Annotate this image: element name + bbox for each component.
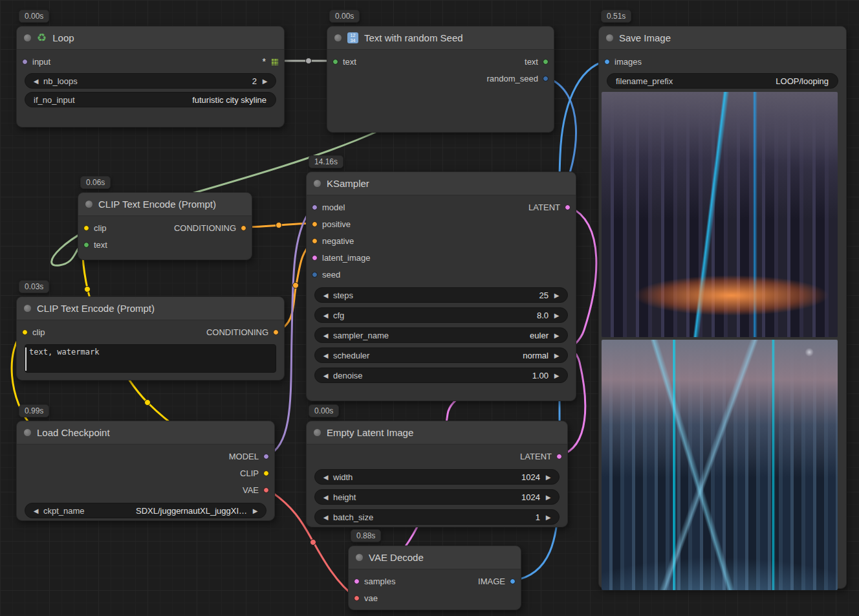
- latent-output-slot[interactable]: [565, 204, 571, 210]
- conditioning-output-slot[interactable]: [273, 329, 279, 335]
- increment-arrow-icon[interactable]: ▶: [552, 352, 561, 359]
- width-widget[interactable]: ◀ width 1024 ▶: [314, 469, 560, 485]
- decrement-arrow-icon[interactable]: ◀: [321, 332, 331, 339]
- node-clip-text-encode-negative[interactable]: 0.03s CLIP Text Encode (Prompt) clip CON…: [16, 296, 285, 380]
- batch-size-widget[interactable]: ◀ batch_size 1 ▶: [314, 509, 560, 525]
- decrement-arrow-icon[interactable]: ◀: [321, 352, 331, 359]
- node-save-image[interactable]: 0.51s Save Image images filename_prefix …: [598, 26, 847, 589]
- node-loop-header[interactable]: ♻ Loop: [17, 27, 284, 50]
- widget-value: normal: [523, 351, 549, 360]
- decrement-arrow-icon[interactable]: ◀: [321, 514, 331, 521]
- text-input-slot[interactable]: [332, 59, 338, 65]
- execution-time-badge: 0.06s: [80, 176, 111, 189]
- cfg-widget[interactable]: ◀ cfg 8.0 ▶: [314, 307, 568, 323]
- scheduler-widget[interactable]: ◀ scheduler normal ▶: [314, 347, 568, 363]
- node-load-checkpoint[interactable]: 0.99s Load Checkpoint MODEL CLIP VAE ◀ c…: [16, 421, 275, 521]
- output-slot-label: CONDITIONING: [174, 223, 236, 233]
- node-header[interactable]: Save Image: [599, 27, 846, 50]
- increment-arrow-icon[interactable]: ▶: [552, 372, 561, 379]
- latent-output-slot[interactable]: [556, 454, 562, 459]
- widget-value: 25: [539, 291, 549, 300]
- node-title: Empty Latent Image: [327, 427, 413, 438]
- model-output-slot[interactable]: [263, 454, 269, 459]
- conditioning-output-slot[interactable]: [241, 225, 246, 231]
- increment-arrow-icon[interactable]: ▶: [260, 78, 270, 85]
- node-clip-text-encode-positive[interactable]: 0.06s CLIP Text Encode (Prompt) clip CON…: [78, 192, 252, 260]
- image-output-slot[interactable]: [510, 578, 516, 584]
- input-slot-label: text: [343, 57, 356, 67]
- widget-label: steps: [333, 291, 353, 300]
- increment-arrow-icon[interactable]: ▶: [543, 474, 553, 481]
- samples-input-slot[interactable]: [354, 578, 360, 584]
- decrement-arrow-icon[interactable]: ◀: [321, 474, 331, 481]
- node-header[interactable]: 12 34 Text with random Seed: [327, 27, 554, 50]
- collapse-dot[interactable]: [24, 305, 31, 312]
- node-ksampler[interactable]: 14.16s KSampler model LATENT positive ne: [306, 171, 576, 401]
- negative-prompt-textarea[interactable]: text, watermark: [25, 344, 276, 373]
- model-input-slot[interactable]: [312, 204, 318, 210]
- collapse-dot[interactable]: [85, 201, 92, 208]
- input-slot-label: model: [322, 203, 345, 212]
- execution-time-badge: 0.88s: [351, 529, 381, 542]
- increment-arrow-icon[interactable]: ▶: [552, 332, 561, 339]
- node-header[interactable]: CLIP Text Encode (Prompt): [78, 193, 252, 216]
- widget-label: filename_prefix: [616, 76, 673, 86]
- collapse-dot[interactable]: [356, 554, 363, 561]
- clip-output-slot[interactable]: [263, 470, 269, 476]
- latent-image-input-slot[interactable]: [312, 255, 318, 261]
- seed-input-slot[interactable]: [312, 272, 318, 278]
- sampler-name-widget[interactable]: ◀ sampler_name euler ▶: [314, 327, 568, 343]
- increment-arrow-icon[interactable]: ▶: [552, 292, 561, 299]
- collapse-dot[interactable]: [24, 34, 31, 41]
- decrement-arrow-icon[interactable]: ◀: [321, 372, 331, 379]
- filename-prefix-widget[interactable]: filename_prefix LOOP/looping: [607, 73, 838, 89]
- increment-arrow-icon[interactable]: ▶: [552, 312, 561, 319]
- node-header[interactable]: VAE Decode: [349, 546, 521, 569]
- clip-input-slot[interactable]: [22, 329, 28, 335]
- input-slot-label: clip: [32, 327, 45, 337]
- collapse-dot[interactable]: [606, 34, 613, 41]
- node-header[interactable]: Load Checkpoint: [17, 421, 274, 445]
- collapse-dot[interactable]: [314, 180, 321, 187]
- vae-input-slot[interactable]: [354, 595, 360, 601]
- decrement-arrow-icon[interactable]: ◀: [321, 494, 331, 501]
- steps-widget[interactable]: ◀ steps 25 ▶: [314, 287, 568, 303]
- grid-output-slot-icon[interactable]: [270, 58, 279, 66]
- text-output-slot[interactable]: [543, 59, 549, 65]
- if-no-input-widget[interactable]: if_no_input futuristic city skyline: [25, 92, 276, 107]
- node-header[interactable]: Empty Latent Image: [307, 421, 567, 445]
- input-slot[interactable]: [22, 59, 28, 65]
- collapse-dot[interactable]: [334, 34, 342, 41]
- decrement-arrow-icon[interactable]: ◀: [31, 507, 41, 514]
- decrement-arrow-icon[interactable]: ◀: [321, 312, 331, 319]
- increment-arrow-icon[interactable]: ▶: [250, 507, 260, 514]
- decrement-arrow-icon[interactable]: ◀: [321, 292, 331, 299]
- random-seed-output-slot[interactable]: [543, 76, 549, 82]
- nb-loops-widget[interactable]: ◀ nb_loops 2 ▶: [25, 73, 276, 89]
- denoise-widget[interactable]: ◀ denoise 1.00 ▶: [314, 368, 568, 383]
- node-text-random-seed[interactable]: 0.00s 12 34 Text with random Seed text t…: [327, 26, 554, 133]
- node-header[interactable]: CLIP Text Encode (Prompt): [17, 297, 284, 320]
- input-slot-label: seed: [322, 270, 340, 280]
- node-loop[interactable]: 0.00s ♻ Loop input * ◀ nb_loops 2 ▶ if_n…: [16, 26, 285, 127]
- text-input-slot[interactable]: [83, 242, 89, 248]
- height-widget[interactable]: ◀ height 1024 ▶: [314, 489, 560, 505]
- increment-arrow-icon[interactable]: ▶: [543, 494, 553, 501]
- vae-output-slot[interactable]: [263, 487, 269, 493]
- decrement-arrow-icon[interactable]: ◀: [31, 78, 41, 85]
- images-input-slot[interactable]: [604, 59, 610, 65]
- node-vae-decode[interactable]: 0.88s VAE Decode samples IMAGE vae: [348, 545, 521, 610]
- increment-arrow-icon[interactable]: ▶: [543, 514, 553, 521]
- link-dot: [276, 223, 282, 228]
- negative-input-slot[interactable]: [312, 238, 318, 244]
- ckpt-name-widget[interactable]: ◀ ckpt_name SDXL/juggernautXL_juggXI… ▶: [25, 503, 266, 518]
- collapse-dot[interactable]: [24, 429, 31, 436]
- recycle-icon: ♻: [37, 32, 47, 43]
- positive-input-slot[interactable]: [312, 221, 318, 227]
- node-header[interactable]: KSampler: [307, 172, 576, 195]
- node-empty-latent-image[interactable]: 0.00s Empty Latent Image LATENT ◀ width …: [306, 421, 568, 527]
- collapse-dot[interactable]: [314, 429, 321, 436]
- widget-label: batch_size: [333, 512, 373, 522]
- clip-input-slot[interactable]: [83, 225, 89, 231]
- link-dot: [293, 283, 299, 289]
